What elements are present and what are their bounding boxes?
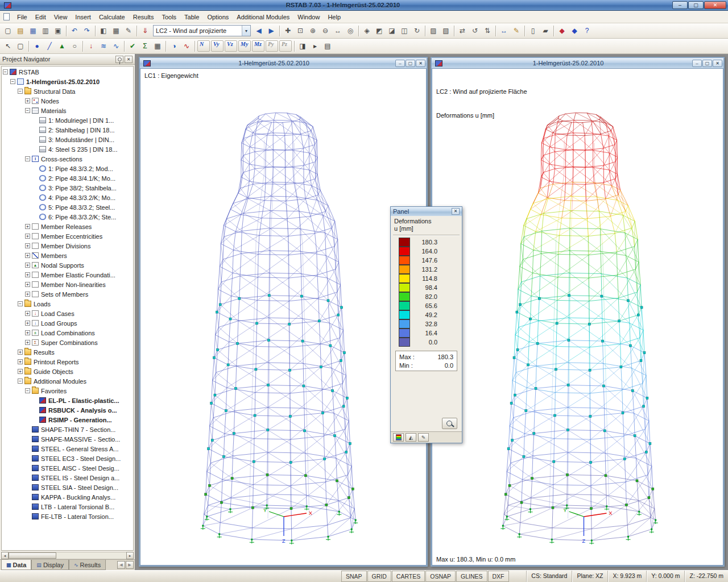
tree-item-steel-ec3-steel-design[interactable]: STEEL EC3 - Steel Design... [2, 454, 133, 463]
load-generator-icon[interactable]: ≋ [97, 40, 110, 52]
results-display-toggle-icon[interactable]: ◑ [168, 40, 180, 52]
tree-item-1-helmger-st-25-02-2010[interactable]: −1-Helmgerüst-25.02.2010 [2, 77, 133, 86]
new-load-icon[interactable]: ↓ [85, 40, 97, 52]
minimize-button[interactable]: – [672, 1, 688, 9]
tree-item-fe-ltb-lateral-torsion[interactable]: FE-LTB - Lateral Torsion... [2, 512, 133, 521]
panel-filter-tab[interactable]: ✎ [418, 433, 429, 442]
collapse-icon[interactable]: − [18, 89, 23, 94]
display-properties-icon[interactable]: ▨ [427, 24, 440, 37]
check-data-icon[interactable]: ✔ [126, 40, 139, 52]
tree-item-favorites[interactable]: −Favorites [2, 386, 133, 396]
lc2-close-button[interactable]: ✕ [713, 60, 722, 67]
lc1-minimize-button[interactable]: – [395, 60, 405, 67]
collapse-icon[interactable]: − [10, 79, 15, 84]
tree-item-materials[interactable]: −Materials [2, 106, 133, 115]
dimension-icon[interactable]: ↔ [498, 24, 510, 37]
lc1-maximize-button[interactable]: ▢ [406, 60, 415, 67]
tree-item-member-non-linearities[interactable]: +Member Non-linearities [2, 280, 133, 289]
menu-item-help[interactable]: Help [324, 12, 345, 22]
menu-item-options[interactable]: Options [203, 12, 233, 22]
lc2-minimize-button[interactable]: – [692, 60, 702, 67]
save-icon[interactable]: ▦ [27, 24, 39, 37]
next-load-case-icon[interactable]: ▶ [265, 24, 278, 37]
rendering-icon[interactable]: ▧ [440, 24, 452, 37]
lc1-close-button[interactable]: ✕ [416, 60, 425, 67]
result-n-button[interactable]: N [197, 40, 210, 52]
statusbar-toggle-osnap[interactable]: OSNAP [425, 571, 456, 582]
wireframe-model-lc1[interactable]: XYZ [140, 69, 427, 566]
maximize-button[interactable]: ▢ [688, 1, 704, 9]
tree-item-members[interactable]: +Members [2, 251, 133, 260]
menu-item-calculate[interactable]: Calculate [95, 12, 129, 22]
expand-icon[interactable]: + [18, 359, 23, 364]
zoom-all-icon[interactable]: ◎ [344, 24, 357, 37]
expand-icon[interactable]: + [25, 330, 30, 335]
load-case-combo[interactable]: LC2 - Wind auf projizierte ▾ [153, 25, 251, 36]
tree-item-member-eccentricities[interactable]: +Member Eccentricities [2, 231, 133, 241]
tree-item-sets-of-members[interactable]: +Sets of Members [2, 289, 133, 299]
view-in-y-icon[interactable]: ◪ [386, 24, 398, 37]
expand-icon[interactable]: + [25, 98, 30, 103]
deformation-model-lc2[interactable]: XYZ [432, 69, 723, 566]
print-icon[interactable]: ▥ [39, 24, 52, 37]
new-support-icon[interactable]: ▲ [56, 40, 68, 52]
tree-item-1-modulriegel-din-1[interactable]: 1: Modulriegel | DIN 1... [2, 115, 133, 125]
panel-titlebar[interactable]: Panel ✕ [391, 207, 462, 216]
zoom-in-icon[interactable]: ⊕ [307, 24, 319, 37]
statusbar-toggle-cartes[interactable]: CARTES [392, 571, 425, 582]
member-release-icon[interactable]: ○ [68, 40, 81, 52]
comment-icon[interactable]: ✎ [510, 24, 523, 37]
expand-icon[interactable]: + [25, 340, 30, 345]
scroll-right-icon[interactable]: ▸ [126, 552, 134, 559]
tree-item-4-steel-s-235-din-18[interactable]: 4: Steel S 235 | DIN 18... [2, 144, 133, 154]
tree-item-steel-sia-steel-design[interactable]: STEEL SIA - Steel Design... [2, 483, 133, 492]
result-vy-button[interactable]: Vy [211, 40, 224, 52]
rotate-entities-icon[interactable]: ↺ [469, 24, 481, 37]
zoom-out-icon[interactable]: ⊖ [319, 24, 332, 37]
tree-item-nodal-supports[interactable]: +Nodal Supports [2, 260, 133, 270]
tree-item-shape-massive-sectio[interactable]: SHAPE-MASSIVE - Sectio... [2, 434, 133, 444]
tree-item-guide-objects[interactable]: +Guide Objects [2, 367, 133, 376]
expand-icon[interactable]: + [25, 243, 30, 248]
navigator-tab-display[interactable]: ▤Display [31, 560, 69, 570]
collapse-icon[interactable]: − [3, 69, 8, 74]
expand-icon[interactable]: + [25, 272, 30, 277]
help-icon[interactable]: ? [581, 24, 593, 37]
tree-item-kappa-buckling-analys[interactable]: KAPPA - Buckling Analys... [2, 492, 133, 502]
tree-item-additional-modules[interactable]: −Additional Modules [2, 376, 133, 386]
menu-item-additional-modules[interactable]: Additional Modules [233, 12, 293, 22]
menu-item-insert[interactable]: Insert [71, 12, 95, 22]
redo-icon[interactable]: ↷ [81, 24, 93, 37]
project-navigator-toggle-icon[interactable]: ◧ [97, 24, 110, 37]
scrollbar-track[interactable] [9, 552, 126, 559]
dlubal-online-icon[interactable]: ◆ [556, 24, 568, 37]
tree-item-loads[interactable]: −Loads [2, 299, 133, 309]
result-mz-button[interactable]: Mz [252, 40, 264, 52]
tree-item-4-pipe-48-3-3-2-k-mo[interactable]: 4: Pipe 48.3/3.2/K; Mo... [2, 193, 133, 202]
tab-next-icon[interactable]: ▶ [126, 561, 134, 569]
expand-icon[interactable]: + [25, 282, 30, 287]
calculation-icon[interactable]: Σ [139, 40, 151, 52]
expand-icon[interactable]: + [18, 369, 23, 374]
module-manager-icon[interactable]: ◆ [568, 24, 581, 37]
menu-item-edit[interactable]: Edit [31, 12, 50, 22]
expand-icon[interactable]: + [25, 253, 30, 258]
menu-item-results[interactable]: Results [129, 12, 158, 22]
tree-item-steel-aisc-steel-desig[interactable]: STEEL AISC - Steel Desig... [2, 463, 133, 473]
expand-icon[interactable]: + [25, 292, 30, 297]
expand-icon[interactable]: + [25, 224, 30, 229]
tree-item-1-pipe-48-3-3-2-mod[interactable]: 1: Pipe 48.3/3.2; Mod... [2, 164, 133, 173]
navigator-tab-data[interactable]: ▦Data [1, 560, 31, 570]
tree-item-printout-reports[interactable]: +Printout Reports [2, 357, 133, 367]
collapse-icon[interactable]: − [25, 388, 30, 393]
tree-item-member-elastic-foundati[interactable]: +Member Elastic Foundati... [2, 270, 133, 280]
menu-item-window[interactable]: Window [293, 12, 324, 22]
lc1-window-titlebar[interactable]: 1-Helmgerüst-25.02.2010 – ▢ ✕ [140, 58, 427, 68]
new-model-icon[interactable]: ▢ [2, 24, 14, 37]
tree-item-steel-general-stress-a[interactable]: STEEL - General Stress A... [2, 444, 133, 454]
result-pz-button[interactable]: Pz [279, 40, 292, 52]
navigator-close-button[interactable]: ✕ [125, 56, 133, 63]
animation-icon[interactable]: ▸ [309, 40, 321, 52]
collapse-icon[interactable]: − [25, 156, 30, 161]
statusbar-toggle-snap[interactable]: SNAP [341, 571, 367, 582]
